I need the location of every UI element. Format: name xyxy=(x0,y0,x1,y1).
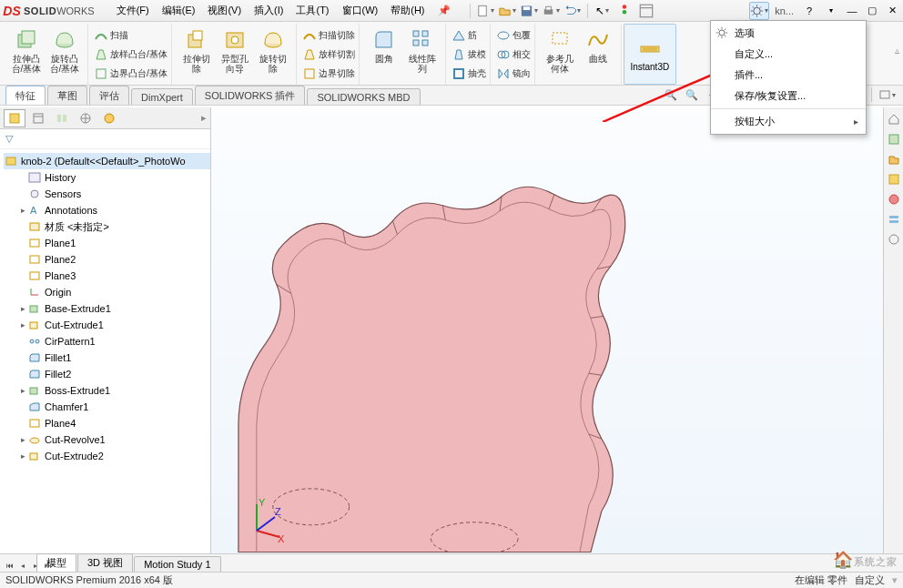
fm-tab-dim[interactable] xyxy=(75,109,96,127)
taskpane-home-icon[interactable] xyxy=(886,111,902,127)
bottom-tab-3dview[interactable]: 3D 视图 xyxy=(77,553,133,572)
tree-sensors[interactable]: Sensors xyxy=(4,186,210,202)
zoom-area-icon[interactable]: 🔍 xyxy=(683,86,701,103)
intersect-button[interactable]: 相交 xyxy=(496,45,531,64)
extrude-cut-button[interactable]: 拉伸切 除 xyxy=(178,25,216,76)
tree-cut-extrude1[interactable]: ▸Cut-Extrude1 xyxy=(4,317,210,333)
zoom-fit-icon[interactable]: 🔍 xyxy=(662,86,680,103)
tree-boss-extrude[interactable]: ▸Boss-Extrude1 xyxy=(4,382,210,399)
tree-cut-extrude2[interactable]: ▸Cut-Extrude2 xyxy=(4,448,210,464)
svg-text:Y: Y xyxy=(259,499,266,508)
graphics-viewport[interactable]: X Y Z xyxy=(211,107,883,572)
curves-button[interactable]: 曲线 xyxy=(579,25,617,76)
taskpane-file-icon[interactable] xyxy=(886,151,902,167)
loft-cut-button[interactable]: 放样切割 xyxy=(302,45,355,64)
fm-tab-prop[interactable] xyxy=(27,109,49,127)
pin-icon[interactable]: 📌 xyxy=(432,3,456,18)
taskpane-custom-icon[interactable] xyxy=(886,211,902,228)
tree-base-extrude[interactable]: ▸Base-Extrude1 xyxy=(4,300,210,317)
sheet-nav[interactable]: ⏮◂▸⏭ xyxy=(4,562,55,570)
save-button[interactable] xyxy=(519,2,539,20)
tree-origin[interactable]: Origin xyxy=(4,284,210,300)
window-restore[interactable]: ▢ xyxy=(863,5,881,16)
taskpane-design-icon[interactable] xyxy=(886,131,902,147)
loft-boss-button[interactable]: 放样凸台/基体 xyxy=(94,45,167,64)
open-button[interactable] xyxy=(497,2,517,20)
menu-view[interactable]: 视图(V) xyxy=(202,2,247,19)
mirror-button[interactable]: 镜向 xyxy=(496,64,531,83)
tab-mbd[interactable]: SOLIDWORKS MBD xyxy=(307,88,420,105)
tree-fillet2[interactable]: Fillet2 xyxy=(4,366,210,382)
tab-evaluate[interactable]: 评估 xyxy=(89,86,129,105)
print-button[interactable] xyxy=(541,2,561,20)
tree-plane4[interactable]: Plane4 xyxy=(4,415,210,431)
window-minimize[interactable]: — xyxy=(843,5,861,16)
fm-tab-display[interactable] xyxy=(98,109,120,127)
select-tool[interactable]: ↖ xyxy=(593,2,613,20)
traffic-icon[interactable] xyxy=(614,2,634,20)
menu-tools[interactable]: 工具(T) xyxy=(290,2,334,19)
help-dd[interactable]: ▾ xyxy=(821,2,841,20)
tree-cut-revolve[interactable]: ▸Cut-Revolve1 xyxy=(4,431,210,448)
revolve-boss-button[interactable]: 旋转凸 台/基体 xyxy=(46,25,84,76)
menu-help[interactable]: 帮助(H) xyxy=(385,2,430,19)
hole-wizard-button[interactable]: 异型孔 向导 xyxy=(216,25,254,76)
options-button[interactable] xyxy=(749,2,769,20)
ribbon-collapse[interactable]: ▵ xyxy=(895,46,899,56)
tree-plane2[interactable]: Plane2 xyxy=(4,251,210,268)
fm-tab-tree[interactable] xyxy=(4,109,25,127)
sweep-cut-button[interactable]: 扫描切除 xyxy=(302,25,355,45)
menu-button-size[interactable]: 按钮大小 xyxy=(711,111,866,132)
refgeom-button[interactable]: 参考几 何体 xyxy=(541,25,579,76)
tree-history[interactable]: History xyxy=(4,169,210,186)
taskpane-view-icon[interactable] xyxy=(886,171,902,188)
new-button[interactable] xyxy=(475,2,495,20)
taskpane-forum-icon[interactable] xyxy=(886,231,902,248)
rib-button[interactable]: 筋 xyxy=(452,25,486,45)
tree-material[interactable]: 材质 <未指定> xyxy=(4,218,210,235)
tab-feature[interactable]: 特征 xyxy=(5,86,46,105)
shell-button[interactable]: 抽壳 xyxy=(452,64,486,83)
tree-plane3[interactable]: Plane3 xyxy=(4,268,210,284)
tree-chamfer[interactable]: Chamfer1 xyxy=(4,399,210,415)
help-button[interactable]: ? xyxy=(799,2,819,20)
filter-icon[interactable]: ▽ xyxy=(5,133,13,145)
tree-annotations[interactable]: ▸AAnnotations xyxy=(4,202,210,218)
menu-options[interactable]: 选项 xyxy=(711,23,866,44)
svg-line-14 xyxy=(753,6,754,7)
panel-icon[interactable] xyxy=(636,2,656,20)
tree-root[interactable]: knob-2 (Default<<Default>_PhotoWo xyxy=(4,153,210,169)
wrap-button[interactable]: 包覆 xyxy=(496,25,531,45)
fm-expand[interactable]: ▸ xyxy=(201,112,207,124)
menu-edit[interactable]: 编辑(E) xyxy=(157,2,201,19)
extrude-boss-button[interactable]: 拉伸凸 台/基体 xyxy=(7,25,46,76)
undo-button[interactable]: ⮌ xyxy=(563,2,583,20)
boundary-cut-button[interactable]: 边界切除 xyxy=(302,64,355,83)
search-placeholder[interactable]: kn... xyxy=(771,5,797,16)
boundary-boss-button[interactable]: 边界凸台/基体 xyxy=(94,64,167,83)
taskpane-appearance-icon[interactable] xyxy=(886,191,902,208)
menu-window[interactable]: 窗口(W) xyxy=(337,2,384,19)
tree-cirpattern[interactable]: CirPattern1 xyxy=(4,333,210,350)
bottom-tab-motion[interactable]: Motion Study 1 xyxy=(134,556,220,572)
instant3d-button[interactable]: Instant3D xyxy=(624,24,676,85)
menu-customize[interactable]: 自定义... xyxy=(711,44,866,65)
sweep-boss-button[interactable]: 扫描 xyxy=(94,25,167,45)
svg-point-83 xyxy=(30,438,39,443)
window-close[interactable]: ✕ xyxy=(883,5,901,16)
menu-file[interactable]: 文件(F) xyxy=(111,2,155,19)
menu-insert[interactable]: 插入(I) xyxy=(249,2,289,19)
revolve-cut-button[interactable]: 旋转切 除 xyxy=(254,25,292,76)
linear-pattern-button[interactable]: 线性阵 列 xyxy=(403,25,441,76)
fm-tab-config[interactable] xyxy=(51,109,73,127)
fillet-button[interactable]: 圆角 xyxy=(365,25,403,76)
menu-save-restore[interactable]: 保存/恢复设置... xyxy=(711,86,866,106)
tree-fillet1[interactable]: Fillet1 xyxy=(4,350,210,366)
tree-plane1[interactable]: Plane1 xyxy=(4,235,210,251)
render-icon[interactable] xyxy=(878,86,896,103)
draft-button[interactable]: 拔模 xyxy=(452,45,486,64)
tab-dimxpert[interactable]: DimXpert xyxy=(131,88,193,105)
menu-plugins[interactable]: 插件... xyxy=(711,65,866,86)
tab-sketch[interactable]: 草图 xyxy=(47,86,87,105)
tab-addins[interactable]: SOLIDWORKS 插件 xyxy=(195,86,306,105)
